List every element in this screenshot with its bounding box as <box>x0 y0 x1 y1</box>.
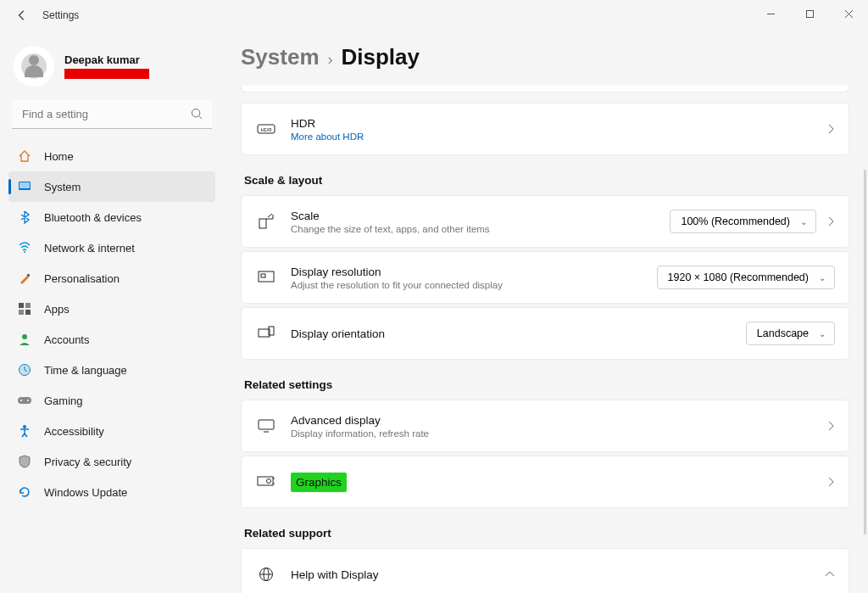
nav-personalisation[interactable]: Personalisation <box>8 263 215 294</box>
personalisation-icon <box>17 271 32 286</box>
bluetooth-icon <box>17 210 32 225</box>
nav-label: Home <box>44 150 74 163</box>
svg-point-17 <box>23 425 26 428</box>
globe-icon <box>257 567 275 582</box>
nav-accessibility[interactable]: Accessibility <box>8 416 215 446</box>
chevron-right-icon: › <box>320 51 342 69</box>
svg-point-15 <box>20 400 22 401</box>
monitor-icon <box>257 419 275 433</box>
dropdown-value: 1920 × 1080 (Recommended) <box>668 271 809 283</box>
nav-update[interactable]: Windows Update <box>8 477 215 507</box>
nav-label: System <box>44 181 81 193</box>
dropdown-value: 100% (Recommended) <box>681 215 790 227</box>
nav-time[interactable]: Time & language <box>8 355 215 385</box>
chevron-down-icon: ⌄ <box>819 273 826 283</box>
chevron-down-icon: ⌄ <box>819 329 826 338</box>
user-name: Deepak kumar <box>64 53 149 66</box>
tile-subtitle: Adjust the resolution to fit your connec… <box>291 280 657 290</box>
chevron-right-icon <box>816 421 835 431</box>
svg-rect-8 <box>19 303 24 308</box>
nav-label: Accessibility <box>44 425 104 438</box>
svg-rect-10 <box>19 310 24 315</box>
search-input[interactable] <box>12 100 212 129</box>
nav-accounts[interactable]: Accounts <box>8 324 215 355</box>
scrollbar[interactable] <box>864 170 866 534</box>
nav-label: Accounts <box>44 333 89 346</box>
maximize-button[interactable] <box>790 0 829 27</box>
nav-privacy[interactable]: Privacy & security <box>8 446 215 477</box>
back-button[interactable] <box>12 5 32 25</box>
nav-label: Gaming <box>44 394 83 407</box>
nav-system[interactable]: System <box>8 171 215 202</box>
chevron-up-icon <box>813 571 835 578</box>
nav-network[interactable]: Network & internet <box>8 232 215 263</box>
svg-line-3 <box>199 116 202 119</box>
privacy-icon <box>17 454 32 469</box>
svg-rect-14 <box>18 397 31 404</box>
svg-text:HDR: HDR <box>261 127 273 132</box>
svg-point-28 <box>267 479 271 484</box>
nav-list: Home System Bluetooth & devices Network … <box>8 141 215 507</box>
avatar <box>14 46 54 87</box>
tile-title: Help with Display <box>291 568 813 581</box>
tile-advanced-display[interactable]: Advanced display Display information, re… <box>241 400 849 452</box>
tile-title: Graphics <box>291 476 816 489</box>
chevron-right-icon <box>816 477 835 487</box>
nav-home[interactable]: Home <box>8 141 215 171</box>
tile-title: HDR <box>291 117 816 130</box>
tile-graphics[interactable]: Graphics <box>241 456 849 508</box>
section-related-settings: Related settings <box>244 378 849 391</box>
nav-label: Time & language <box>44 364 127 377</box>
time-icon <box>17 362 32 378</box>
tile-title: Display orientation <box>291 327 746 340</box>
scale-dropdown[interactable]: 100% (Recommended) ⌄ <box>670 210 816 233</box>
tile-hdr[interactable]: HDR HDR More about HDR <box>241 103 849 155</box>
svg-point-2 <box>192 109 199 116</box>
nav-gaming[interactable]: Gaming <box>8 385 215 416</box>
tile-title: Display resolution <box>291 266 657 278</box>
tile-scale[interactable]: Scale Change the size of text, apps, and… <box>241 195 849 248</box>
graphics-icon <box>257 475 275 489</box>
tile-title: Scale <box>291 210 670 222</box>
nav-label: Privacy & security <box>44 456 131 468</box>
svg-rect-5 <box>19 182 30 188</box>
minimize-button[interactable] <box>751 0 790 27</box>
tile-orientation[interactable]: Display orientation Landscape ⌄ <box>241 307 849 360</box>
chevron-right-icon[interactable] <box>816 216 835 227</box>
chevron-down-icon: ⌄ <box>800 217 807 227</box>
section-scale-layout: Scale & layout <box>244 174 849 187</box>
dropdown-value: Landscape <box>757 327 809 339</box>
orientation-icon <box>257 326 275 341</box>
system-icon <box>17 179 32 194</box>
svg-rect-1 <box>806 10 813 17</box>
gaming-icon <box>17 393 32 408</box>
nav-apps[interactable]: Apps <box>8 294 215 324</box>
section-related-support: Related support <box>244 527 849 540</box>
accounts-icon <box>17 332 32 347</box>
search-box[interactable] <box>12 100 212 129</box>
breadcrumb: System › Display <box>241 44 849 70</box>
nav-bluetooth[interactable]: Bluetooth & devices <box>8 202 215 232</box>
home-icon <box>17 148 32 164</box>
hdr-link[interactable]: More about HDR <box>291 131 816 142</box>
user-email-redacted <box>64 69 149 79</box>
tile-help-display[interactable]: Help with Display <box>241 548 849 593</box>
svg-rect-25 <box>259 420 274 429</box>
breadcrumb-parent[interactable]: System <box>241 44 320 70</box>
scale-icon <box>257 214 275 229</box>
graphics-highlight: Graphics <box>291 473 347 492</box>
resolution-dropdown[interactable]: 1920 × 1080 (Recommended) ⌄ <box>657 266 835 289</box>
orientation-dropdown[interactable]: Landscape ⌄ <box>746 322 835 345</box>
svg-point-6 <box>24 251 25 253</box>
previous-tile-fragment <box>241 86 849 92</box>
close-button[interactable] <box>829 0 868 27</box>
tile-resolution[interactable]: Display resolution Adjust the resolution… <box>241 251 849 304</box>
network-icon <box>17 240 32 255</box>
tile-subtitle: Change the size of text, apps, and other… <box>291 224 670 234</box>
main-content: System › Display HDR HDR More about HDR … <box>224 31 868 593</box>
svg-rect-11 <box>25 310 31 315</box>
resolution-icon <box>257 271 275 284</box>
nav-label: Network & internet <box>44 242 135 255</box>
user-profile[interactable]: Deepak kumar <box>8 39 215 100</box>
nav-label: Personalisation <box>44 272 120 285</box>
